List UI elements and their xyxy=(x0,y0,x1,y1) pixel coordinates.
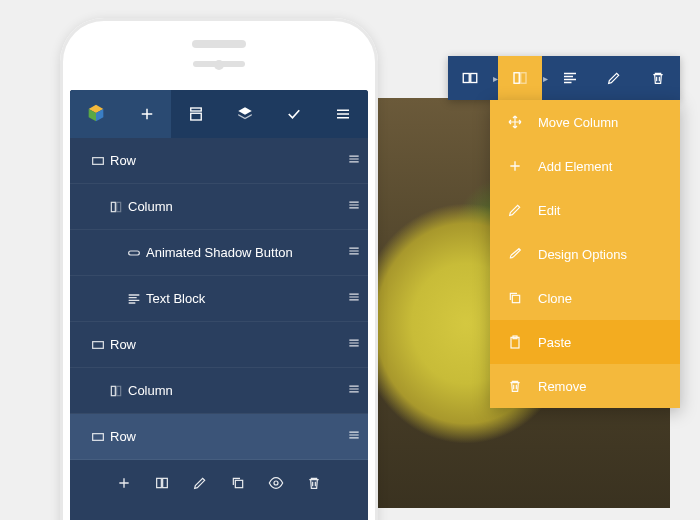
phone-frame: Row Column Animated Shadow Button Text B… xyxy=(60,18,378,520)
dropdown-clone[interactable]: Clone xyxy=(490,276,680,320)
columns-action[interactable] xyxy=(154,475,170,495)
row-icon xyxy=(86,429,110,445)
svg-rect-15 xyxy=(471,74,477,83)
button-element-icon xyxy=(122,245,146,261)
item-menu-button[interactable] xyxy=(340,152,368,169)
tree-item-row-selected[interactable]: Row xyxy=(70,414,368,460)
row-icon xyxy=(86,337,110,353)
svg-rect-9 xyxy=(93,433,104,440)
tree-item-row[interactable]: Row xyxy=(70,322,368,368)
dropdown-move-column[interactable]: Move Column xyxy=(490,100,680,144)
item-menu-button[interactable] xyxy=(340,290,368,307)
svg-rect-3 xyxy=(111,202,115,211)
column-dropdown-menu: Move Column Add Element Edit Design Opti… xyxy=(490,100,680,408)
tree-item-column[interactable]: Column xyxy=(70,184,368,230)
tree-item-label: Row xyxy=(110,153,340,168)
item-menu-button[interactable] xyxy=(340,428,368,445)
item-menu-button[interactable] xyxy=(340,198,368,215)
clone-icon xyxy=(506,290,524,306)
tree-item-label: Animated Shadow Button xyxy=(146,245,340,260)
row-actions-toolbar xyxy=(70,460,368,510)
add-action[interactable] xyxy=(116,475,132,495)
item-menu-button[interactable] xyxy=(340,336,368,353)
svg-rect-18 xyxy=(512,295,519,302)
tree-item-row[interactable]: Row xyxy=(70,138,368,184)
template-button[interactable] xyxy=(171,90,220,138)
layers-icon xyxy=(236,105,254,123)
trash-icon xyxy=(506,378,524,394)
svg-rect-8 xyxy=(117,386,121,395)
column-icon xyxy=(104,199,128,215)
context-toolbar: ▸ ▸ xyxy=(448,56,680,100)
paste-icon xyxy=(506,334,524,350)
editor-topbar xyxy=(70,90,368,138)
svg-rect-7 xyxy=(111,386,115,395)
dropdown-edit[interactable]: Edit xyxy=(490,188,680,232)
svg-rect-10 xyxy=(157,478,162,487)
move-icon xyxy=(506,114,524,130)
plus-icon xyxy=(506,158,524,174)
tree-item-label: Column xyxy=(128,199,340,214)
main-menu-button[interactable] xyxy=(319,90,368,138)
tree-item-column[interactable]: Column xyxy=(70,368,368,414)
svg-rect-12 xyxy=(235,480,242,487)
brush-icon xyxy=(506,246,524,262)
cube-logo-icon xyxy=(85,103,107,125)
svg-rect-6 xyxy=(93,341,104,348)
item-menu-button[interactable] xyxy=(340,244,368,261)
tree-item-button-element[interactable]: Animated Shadow Button xyxy=(70,230,368,276)
dropdown-label: Paste xyxy=(538,335,571,350)
add-button[interactable] xyxy=(122,90,171,138)
svg-rect-0 xyxy=(191,108,202,111)
column-context-button[interactable] xyxy=(498,56,542,100)
confirm-button[interactable] xyxy=(270,90,319,138)
visibility-action[interactable] xyxy=(268,475,284,495)
svg-rect-2 xyxy=(93,157,104,164)
layers-button[interactable] xyxy=(220,90,269,138)
plus-icon xyxy=(138,105,156,123)
svg-rect-11 xyxy=(163,478,168,487)
element-context-button[interactable] xyxy=(548,56,592,100)
dropdown-paste[interactable]: Paste xyxy=(490,320,680,364)
svg-rect-5 xyxy=(129,251,140,255)
item-menu-button[interactable] xyxy=(340,382,368,399)
svg-rect-4 xyxy=(117,202,121,211)
phone-screen: Row Column Animated Shadow Button Text B… xyxy=(70,90,368,520)
dropdown-design-options[interactable]: Design Options xyxy=(490,232,680,276)
check-icon xyxy=(285,105,303,123)
row-icon xyxy=(86,153,110,169)
edit-context-button[interactable] xyxy=(592,56,636,100)
tree-item-label: Text Block xyxy=(146,291,340,306)
dropdown-label: Remove xyxy=(538,379,586,394)
template-icon xyxy=(187,105,205,123)
column-icon xyxy=(104,383,128,399)
dropdown-label: Move Column xyxy=(538,115,618,130)
tree-item-text-block[interactable]: Text Block xyxy=(70,276,368,322)
clone-action[interactable] xyxy=(230,475,246,495)
pencil-icon xyxy=(506,202,524,218)
app-logo[interactable] xyxy=(70,90,122,138)
text-icon xyxy=(122,291,146,307)
dropdown-add-element[interactable]: Add Element xyxy=(490,144,680,188)
svg-rect-14 xyxy=(463,74,469,83)
tree-item-label: Row xyxy=(110,337,340,352)
dropdown-label: Add Element xyxy=(538,159,612,174)
hamburger-icon xyxy=(334,105,352,123)
svg-rect-16 xyxy=(514,73,519,84)
delete-context-button[interactable] xyxy=(636,56,680,100)
dropdown-label: Clone xyxy=(538,291,572,306)
dropdown-label: Edit xyxy=(538,203,560,218)
tree-item-label: Row xyxy=(110,429,340,444)
dropdown-label: Design Options xyxy=(538,247,627,262)
svg-point-13 xyxy=(274,481,278,485)
dropdown-remove[interactable]: Remove xyxy=(490,364,680,408)
svg-rect-17 xyxy=(521,73,526,84)
delete-action[interactable] xyxy=(306,475,322,495)
edit-action[interactable] xyxy=(192,475,208,495)
svg-rect-1 xyxy=(191,113,202,120)
row-context-button[interactable] xyxy=(448,56,492,100)
tree-item-label: Column xyxy=(128,383,340,398)
